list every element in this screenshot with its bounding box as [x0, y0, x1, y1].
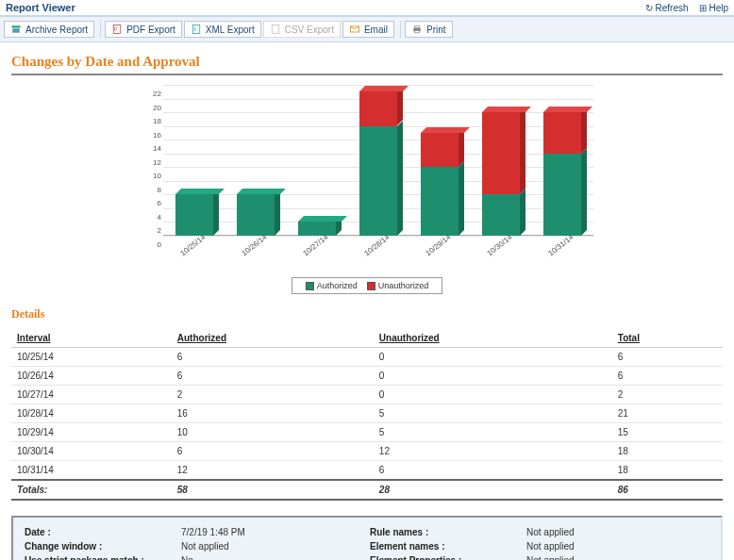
svg-rect-6	[272, 25, 279, 34]
bar	[359, 91, 397, 236]
param-value: 7/2/19 1:48 PM	[181, 527, 364, 537]
col-interval: Interval	[11, 329, 172, 348]
svg-rect-0	[12, 25, 21, 27]
y-tick: 20	[153, 103, 161, 111]
topbar-right: ↻ Refresh ⊞ Help	[638, 2, 728, 13]
legend-item-unauthorized: Unauthorized	[367, 281, 429, 290]
table-row: 10/28/1416521	[11, 404, 723, 423]
toolbar-separator	[400, 21, 401, 38]
print-icon	[411, 24, 423, 35]
chart: 0246810121416182022 10/25/1410/26/1410/2…	[141, 85, 593, 294]
pdf-label: PDF Export	[126, 25, 175, 35]
toolbar: Archive Report P PDF Export X XML Export…	[0, 17, 734, 42]
details-title: Details	[11, 307, 723, 321]
bar	[175, 194, 213, 236]
y-tick: 6	[158, 199, 161, 207]
toolbar-separator	[100, 21, 101, 38]
y-tick: 16	[153, 130, 161, 139]
legend-label-unauthorized: Unauthorized	[378, 281, 429, 290]
svg-text:P: P	[114, 27, 117, 32]
param-value: No	[181, 555, 364, 560]
param-key: Element names :	[370, 541, 521, 552]
svg-rect-10	[415, 31, 420, 33]
details-table: Interval Authorized Unauthorized Total 1…	[11, 329, 723, 501]
refresh-link[interactable]: ↻ Refresh	[645, 3, 689, 13]
svg-rect-9	[415, 25, 420, 27]
table-row: 10/26/14606	[11, 367, 723, 386]
legend-swatch-authorized	[306, 282, 314, 290]
table-row: 10/25/14606	[11, 348, 723, 367]
param-value: Not applied	[526, 527, 709, 537]
table-header-row: Interval Authorized Unauthorized Total	[11, 329, 723, 348]
archive-button[interactable]: Archive Report	[4, 21, 94, 38]
y-tick: 14	[153, 144, 161, 153]
param-value: Not applied	[526, 555, 709, 560]
bar	[543, 112, 581, 236]
y-tick: 8	[158, 185, 161, 193]
table-row: 10/29/1410515	[11, 423, 723, 442]
archive-label: Archive Report	[25, 25, 88, 35]
legend-item-authorized: Authorized	[306, 281, 358, 290]
param-key: Change window :	[25, 541, 175, 552]
help-label: Help	[709, 3, 728, 13]
legend-swatch-unauthorized	[367, 282, 375, 290]
table-row: 10/30/1461218	[11, 442, 723, 461]
criteria-panel: Date :7/2/19 1:48 PMRule names :Not appl…	[11, 516, 723, 560]
pdf-export-button[interactable]: P PDF Export	[105, 21, 182, 38]
pdf-icon: P	[111, 24, 123, 35]
param-key: Use strict package match :	[25, 555, 175, 560]
param-value: Not applied	[181, 541, 364, 552]
x-axis: 10/25/1410/26/1410/27/1410/28/1410/29/14…	[163, 254, 593, 262]
y-tick: 0	[158, 240, 161, 249]
col-authorized: Authorized	[172, 329, 374, 348]
svg-rect-1	[12, 28, 20, 33]
param-key: Element Properties :	[370, 555, 521, 560]
col-unauthorized: Unauthorized	[374, 329, 612, 348]
table-row: 10/31/1412618	[11, 461, 723, 481]
report-title: Changes by Date and Approval	[11, 48, 723, 75]
param-key: Rule names :	[370, 527, 521, 537]
bar	[421, 133, 459, 236]
y-tick: 10	[153, 172, 161, 180]
y-tick: 22	[153, 90, 161, 98]
print-button[interactable]: Print	[405, 21, 453, 38]
xml-icon: X	[191, 24, 202, 35]
legend: Authorized Unauthorized	[292, 277, 442, 294]
csv-export-button: CSV Export	[263, 21, 341, 38]
topbar: Report Viewer ↻ Refresh ⊞ Help	[0, 0, 734, 17]
app-title: Report Viewer	[6, 2, 75, 13]
param-value: Not applied	[526, 541, 709, 552]
csv-icon	[270, 24, 281, 35]
email-button[interactable]: Email	[342, 21, 394, 38]
chart-area: 0246810121416182022 10/25/1410/26/1410/2…	[141, 85, 593, 255]
email-label: Email	[364, 25, 388, 35]
y-axis: 0246810121416182022	[141, 85, 163, 236]
bars	[163, 85, 593, 236]
y-tick: 12	[153, 157, 161, 166]
y-tick: 2	[158, 226, 161, 235]
col-total: Total	[612, 329, 723, 348]
table-row: 10/27/14202	[11, 386, 723, 404]
print-label: Print	[426, 25, 446, 35]
svg-text:X: X	[193, 27, 196, 32]
totals-row: Totals:582886	[11, 480, 723, 500]
y-tick: 18	[153, 117, 161, 125]
xml-export-button[interactable]: X XML Export	[184, 21, 261, 38]
refresh-label: Refresh	[656, 3, 689, 13]
help-link[interactable]: ⊞ Help	[699, 3, 728, 13]
param-key: Date :	[25, 527, 175, 537]
legend-label-authorized: Authorized	[317, 281, 358, 290]
email-icon	[349, 24, 360, 35]
csv-label: CSV Export	[285, 25, 334, 35]
bar	[482, 112, 520, 236]
y-tick: 4	[158, 212, 161, 221]
xml-label: XML Export	[206, 25, 255, 35]
bar	[237, 194, 275, 236]
archive-icon	[10, 24, 22, 35]
page: Changes by Date and Approval 02468101214…	[0, 42, 734, 560]
